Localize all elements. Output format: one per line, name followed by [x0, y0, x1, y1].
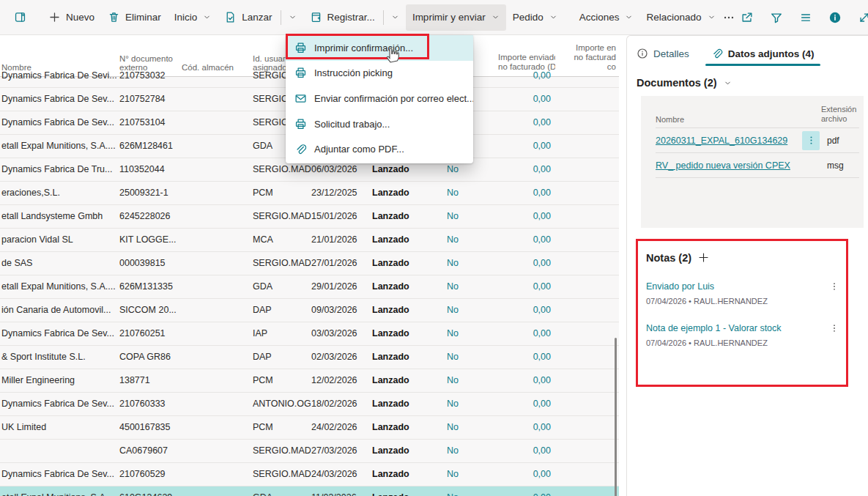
table-row[interactable]: Dynamics Fabrica De Sev... 210760333 ANT…	[0, 393, 619, 416]
cell-importe-2	[555, 158, 619, 181]
share-button[interactable]	[735, 6, 759, 29]
active-tab-underline	[705, 64, 820, 66]
cell-estado: Lanzado	[372, 416, 447, 439]
menu-item[interactable]: Imprimir confirmación...	[286, 35, 473, 61]
cell-importe: 0,00	[498, 64, 555, 87]
cell-doc-externo: 6245228026	[119, 205, 182, 228]
menu-item[interactable]: Adjuntar como PDF...	[286, 136, 473, 162]
cell-importe-2	[555, 64, 619, 87]
cell-nombre: etall Landsysteme Gmbh	[0, 205, 119, 228]
menu-item-icon	[294, 118, 307, 130]
nuevo-button[interactable]: Nuevo	[42, 4, 101, 31]
ellipsis-icon	[722, 11, 735, 24]
document-link[interactable]: RV_ pedido nueva versión CPEX	[656, 160, 802, 171]
cell-importe: 0,00	[498, 299, 555, 322]
chevron-down-icon	[549, 13, 557, 21]
note-link[interactable]: Nota de ejemplo 1 - Valorar stock	[646, 323, 829, 333]
list-view-button[interactable]	[794, 6, 817, 29]
cell-importe-2	[555, 299, 619, 322]
cell-nombre: etall Expal Munitions, S.A....	[0, 135, 119, 158]
table-row[interactable]: Dynamics Fabrica De Sev... 210760251 IAP…	[0, 322, 619, 346]
pedido-menu-button[interactable]: Pedido	[506, 4, 564, 31]
lanzar-button[interactable]: Lanzar	[218, 4, 303, 31]
imprimir-enviar-label: Imprimir y enviar	[412, 12, 486, 23]
eliminar-button[interactable]: Eliminar	[101, 4, 168, 31]
note-menu-button[interactable]	[829, 281, 839, 292]
cell-doc-externo: 210753104	[119, 111, 182, 134]
cell-doc-externo: 138771	[119, 369, 182, 392]
info-button[interactable]	[823, 6, 847, 29]
cell-importe: 0,00	[498, 440, 555, 462]
cell-importe-2	[555, 111, 619, 134]
note-item: Nota de ejemplo 1 - Valorar stock 07/04/…	[646, 323, 839, 347]
cell-importe: 0,00	[498, 88, 555, 111]
switch-panel-button[interactable]	[7, 4, 33, 31]
cell-doc-externo: 4500167835	[119, 416, 182, 439]
registrar-button[interactable]: Registrar...	[303, 4, 406, 31]
document-link[interactable]: 20260311_EXPAL_610G134629	[656, 136, 802, 146]
table-row[interactable]: CA0679607 SERGIO.MAD... 27/03/2026 Lanza…	[0, 440, 619, 463]
menu-item-label: Solicitud trabajo...	[314, 119, 390, 130]
imprimir-enviar-menu-button[interactable]: Imprimir y enviar	[406, 4, 506, 31]
cell-estado: Lanzado	[372, 393, 447, 415]
table-row[interactable]: de SAS 000039815 SERGIO.MAD... 27/01/202…	[0, 252, 619, 275]
cell-fecha: 24/02/2026	[311, 416, 372, 439]
registrar-label: Registrar...	[327, 12, 375, 23]
relacionado-menu-button[interactable]: Relacionado	[639, 4, 722, 31]
table-row[interactable]: paracion Vidal SL KIT LOGGE... MCA 21/01…	[0, 229, 619, 252]
vertical-scrollbar[interactable]	[615, 338, 617, 496]
cell-importe-2	[555, 229, 619, 251]
menu-item[interactable]: Solicitud trabajo...	[286, 111, 473, 137]
factbox-tabs: Detalles Datos adjuntos (4)	[637, 48, 868, 66]
table-row[interactable]: etall Landsysteme Gmbh 6245228026 SERGIO…	[0, 205, 619, 229]
chevron-down-icon	[391, 13, 399, 21]
inicio-menu-button[interactable]: Inicio	[168, 4, 218, 31]
split-divider	[383, 10, 384, 25]
nuevo-label: Nuevo	[66, 12, 94, 23]
documentos-section-header[interactable]: Documentos (2)	[637, 77, 868, 89]
cell-importe-2	[555, 393, 619, 415]
cell-nombre: Dynamics Fabrica De Tru...	[0, 158, 119, 181]
menu-item[interactable]: Enviar confirmación por correo elect...	[286, 86, 473, 111]
cell-importe: 0,00	[498, 463, 555, 486]
note-menu-button[interactable]	[829, 323, 839, 334]
cell-fecha: 09/03/2026	[311, 299, 372, 322]
acciones-menu-button[interactable]: Acciones	[573, 4, 640, 31]
cell-usuario: GDA	[253, 275, 311, 298]
note-meta: 07/04/2026 • RAUL.HERNANDEZ	[646, 297, 839, 306]
table-row[interactable]: & Sport Institute S.L. COPA GR86 DAP 02/…	[0, 346, 619, 369]
document-menu-button[interactable]	[802, 131, 820, 150]
add-note-button[interactable]	[697, 251, 710, 264]
tab-datos-adjuntos[interactable]: Datos adjuntos (4)	[711, 48, 815, 66]
cell-almacen	[182, 182, 253, 204]
note-link[interactable]: Enviado por Luis	[646, 281, 829, 292]
cell-doc-externo: 110352044	[119, 158, 182, 181]
cell-usuario: MCA	[253, 229, 311, 251]
cell-estado: Lanzado	[372, 275, 447, 298]
cell-importe-2	[555, 486, 619, 496]
note-meta: 07/04/2026 • RAUL.HERNANDEZ	[646, 338, 839, 347]
cell-doc-externo: 210760333	[119, 393, 182, 415]
cell-nombre: etall Expal Munitions, S.A...	[0, 486, 119, 496]
table-row[interactable]: ión Canaria de Automovil... SICCOM 20...…	[0, 299, 619, 322]
more-options-button[interactable]	[722, 6, 735, 29]
table-row[interactable]: UK Limited 4500167835 PCM 24/02/2026 Lan…	[0, 416, 619, 440]
cell-usuario: GDA	[253, 486, 311, 496]
cell-nombre: Miller Engineering	[0, 369, 119, 392]
cell-estado: Lanzado	[372, 182, 447, 204]
fullscreen-button[interactable]	[853, 6, 868, 29]
cell-fecha: 24/03/2026	[311, 463, 372, 486]
table-row[interactable]: etall Expal Munitions, S.A.... 626M13133…	[0, 275, 619, 299]
document-extension: pdf	[821, 136, 859, 146]
table-row[interactable]: Miller Engineering 138771 PCM 12/02/2026…	[0, 369, 619, 393]
cell-doc-externo: 210752784	[119, 88, 182, 111]
menu-item[interactable]: Instrucción picking	[286, 61, 473, 86]
documentos-title: Documentos (2)	[637, 77, 717, 89]
tab-detalles-label: Detalles	[653, 48, 689, 59]
expand-icon	[858, 11, 868, 24]
tab-detalles[interactable]: Detalles	[637, 48, 689, 66]
table-row[interactable]: Dynamics Fabrica De Sev... 210760529 SER…	[0, 463, 619, 486]
filter-button[interactable]	[765, 6, 788, 29]
table-row[interactable]: etall Expal Munitions, S.A... 610G134629…	[0, 486, 619, 496]
table-row[interactable]: eraciones,S.L. 25009321-1 PCM 23/12/2025…	[0, 182, 619, 205]
